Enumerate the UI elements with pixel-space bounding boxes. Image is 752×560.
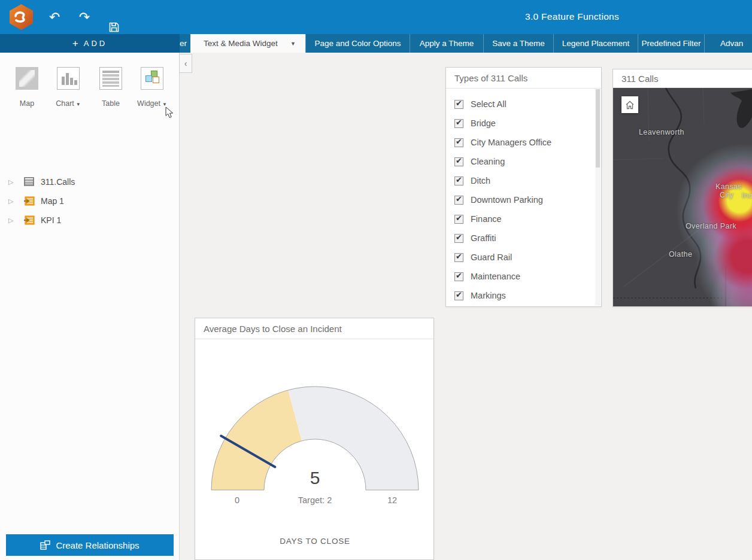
page-title: 3.0 Feature Functions — [525, 11, 619, 22]
map-label-independence-fragment: Inc — [742, 191, 752, 200]
tab-predefined-filter[interactable]: Predefined Filter — [638, 34, 704, 53]
checkbox-row-markings[interactable]: Markings — [446, 286, 601, 305]
relationships-icon — [40, 540, 50, 550]
map-label-city: City — [720, 191, 733, 199]
map-label-leavenworth: Leavenworth — [639, 128, 684, 136]
gauge-min-label: 0 — [235, 495, 239, 505]
dashboard-logo — [8, 4, 35, 31]
tree-item-311-calls[interactable]: ▷ 311.Calls — [0, 172, 180, 191]
layer-target-icon — [24, 196, 35, 206]
checkbox-checked-icon[interactable] — [454, 157, 463, 166]
tool-chart[interactable]: Chart▼ — [50, 67, 86, 108]
scrollbar-thumb[interactable] — [596, 89, 600, 168]
checkbox-checked-icon[interactable] — [454, 291, 463, 300]
average-days-gauge-panel: Average Days to Close an Incident 5 0 Ta… — [195, 318, 434, 560]
expand-caret-icon[interactable]: ▷ — [8, 197, 18, 205]
chevron-down-icon[interactable]: ▼ — [290, 41, 296, 47]
chevron-down-icon: ▼ — [76, 102, 81, 107]
tree-item-map-1[interactable]: ▷ Map 1 — [0, 191, 180, 211]
checkbox-row-city-managers-office[interactable]: City Managers Office — [446, 133, 601, 152]
tab-advanced[interactable]: Advan — [704, 34, 752, 53]
bar-chart-icon — [57, 67, 80, 90]
map-label-olathe: Olathe — [669, 250, 692, 258]
home-extent-button[interactable] — [621, 96, 638, 113]
tool-map[interactable]: Map — [9, 67, 45, 108]
save-button[interactable] — [102, 0, 126, 34]
checkbox-row-downtown-parking[interactable]: Downtown Parking — [446, 190, 601, 209]
checkbox-checked-icon[interactable] — [454, 138, 463, 147]
tab-text-media-widget[interactable]: Text & Media Widget ▼ — [190, 34, 305, 53]
tab-partial[interactable]: er — [180, 34, 190, 53]
checkbox-row-select-all[interactable]: Select All — [446, 95, 601, 114]
checkbox-checked-icon[interactable] — [454, 119, 463, 128]
checkbox-row-maintenance[interactable]: Maintenance — [446, 267, 601, 286]
checkbox-row-guard-rail[interactable]: Guard Rail — [446, 248, 601, 267]
panel-title: Types of 311 Calls — [446, 68, 601, 89]
tool-widget[interactable]: Widget▼ — [134, 67, 170, 108]
sidebar-collapse-button[interactable]: ‹ — [179, 54, 192, 73]
tool-table[interactable]: Table — [93, 67, 129, 108]
tab-page-color-options[interactable]: Page and Color Options — [305, 34, 410, 53]
create-relationships-button[interactable]: Create Relationships — [6, 534, 174, 556]
tab-apply-theme[interactable]: Apply a Theme — [410, 34, 483, 53]
checkbox-row-cleaning[interactable]: Cleaning — [446, 152, 601, 171]
panel-title: Average Days to Close an Incident — [195, 318, 433, 339]
checkbox-checked-icon[interactable] — [454, 196, 463, 205]
layer-tree: ▷ 311.Calls ▷ Map 1 ▷ — [0, 172, 180, 230]
gauge-chart — [195, 340, 435, 519]
gauge-value: 5 — [195, 468, 435, 488]
map-label-overland-park: Overland Park — [686, 222, 736, 230]
expand-caret-icon[interactable]: ▷ — [8, 178, 18, 186]
builder-sidebar: Map Chart▼ Table Widget▼ ▷ 311.Calls ▷ — [0, 53, 180, 560]
expand-caret-icon[interactable]: ▷ — [8, 217, 18, 224]
gauge-max-label: 12 — [387, 495, 397, 505]
scrollbar-track[interactable] — [595, 89, 601, 306]
add-button[interactable]: + ADD — [0, 34, 180, 53]
checkbox-row-graffiti[interactable]: Graffiti — [446, 229, 601, 248]
checkbox-checked-icon[interactable] — [454, 272, 463, 281]
panel-title: 311 Calls — [613, 69, 752, 88]
tree-item-kpi-1[interactable]: ▷ KPI 1 — [0, 211, 180, 230]
checkbox-row-bridge[interactable]: Bridge — [446, 114, 601, 133]
tab-save-theme[interactable]: Save a Theme — [483, 34, 553, 53]
tab-strip: er Text & Media Widget ▼ Page and Color … — [180, 34, 752, 53]
call-type-checklist: Select All Bridge City Managers Office C… — [446, 89, 601, 305]
table-icon — [24, 177, 35, 187]
checkbox-checked-icon[interactable] — [454, 215, 463, 224]
checkbox-row-ditch[interactable]: Ditch — [446, 171, 601, 190]
gauge-footer-label: DAYS TO CLOSE — [195, 537, 435, 546]
widget-squares-icon — [141, 67, 163, 90]
redo-button[interactable]: ↷ — [72, 0, 96, 34]
mouse-cursor-icon — [165, 106, 174, 118]
home-icon — [625, 101, 635, 109]
types-of-311-calls-panel: Types of 311 Calls Select All Bridge Cit… — [445, 67, 602, 307]
checkbox-checked-icon[interactable] — [454, 253, 463, 262]
plus-icon: + — [72, 38, 78, 50]
map-label-kansas: Kansas — [715, 182, 742, 191]
heatmap-map[interactable]: Leavenworth Kansas City Inc Overland Par… — [613, 88, 752, 306]
layer-target-icon — [24, 215, 35, 225]
floppy-disk-icon — [108, 22, 120, 33]
table-icon — [99, 67, 122, 90]
map-thumbnail-icon — [16, 67, 38, 90]
tab-legend-placement[interactable]: Legend Placement — [553, 34, 638, 53]
undo-button[interactable]: ↶ — [43, 0, 66, 34]
checkbox-row-finance[interactable]: Finance — [446, 209, 601, 229]
311-calls-map-panel: 311 Calls Leavenworth Kansas City Inc Ov… — [612, 69, 752, 307]
app-header: ↶ ↷ 3.0 Feature Functions — [0, 0, 752, 34]
checkbox-checked-icon[interactable] — [454, 176, 463, 185]
checkbox-checked-icon[interactable] — [454, 100, 463, 109]
gauge-target-label: Target: 2 — [298, 495, 332, 505]
checkbox-checked-icon[interactable] — [454, 234, 463, 243]
